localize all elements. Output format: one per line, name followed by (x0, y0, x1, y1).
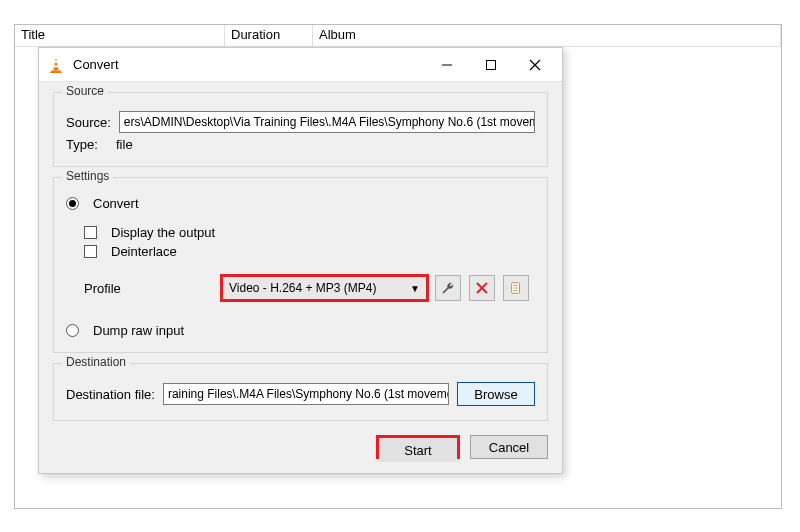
destination-group: Destination Destination file: raining Fi… (53, 363, 548, 421)
source-label: Source: (66, 115, 111, 130)
settings-group: Settings Convert Display the output Dein… (53, 177, 548, 353)
start-button[interactable]: Start (379, 438, 457, 462)
minimize-button[interactable] (434, 55, 460, 75)
display-output-checkbox[interactable] (84, 226, 97, 239)
column-title[interactable]: Title (15, 25, 225, 46)
destination-label: Destination file: (66, 387, 155, 402)
browse-button[interactable]: Browse (457, 382, 535, 406)
profile-select[interactable]: Video - H.264 + MP3 (MP4) ▼ (222, 276, 427, 300)
profile-label: Profile (84, 281, 214, 296)
convert-radio-label: Convert (93, 196, 139, 211)
settings-group-label: Settings (62, 169, 113, 183)
destination-group-label: Destination (62, 355, 130, 369)
new-profile-icon (509, 281, 523, 295)
playlist-columns-header: Title Duration Album (15, 25, 781, 47)
wrench-icon (441, 281, 455, 295)
deinterlace-label: Deinterlace (111, 244, 177, 259)
convert-radio[interactable] (66, 197, 79, 210)
column-duration[interactable]: Duration (225, 25, 313, 46)
cancel-button[interactable]: Cancel (470, 435, 548, 459)
type-value: file (116, 137, 133, 152)
destination-input[interactable]: raining Files\.M4A Files\Symphony No.6 (… (163, 383, 449, 405)
source-input[interactable]: ers\ADMIN\Desktop\Via Training Files\.M4… (119, 111, 535, 133)
source-group-label: Source (62, 84, 108, 98)
source-group: Source Source: ers\ADMIN\Desktop\Via Tra… (53, 92, 548, 167)
window-controls (434, 55, 558, 75)
profile-value: Video - H.264 + MP3 (MP4) (229, 281, 377, 295)
titlebar: Convert (39, 48, 562, 82)
maximize-button[interactable] (478, 55, 504, 75)
dump-raw-radio[interactable] (66, 324, 79, 337)
svg-rect-2 (54, 65, 59, 67)
dialog-title: Convert (73, 57, 434, 72)
dialog-buttons: Start Cancel (39, 427, 562, 473)
edit-profile-button[interactable] (435, 275, 461, 301)
display-output-label: Display the output (111, 225, 215, 240)
chevron-down-icon: ▼ (410, 283, 420, 294)
delete-icon (476, 282, 488, 294)
svg-rect-5 (487, 60, 496, 69)
vlc-cone-icon (47, 56, 65, 74)
dump-raw-label: Dump raw input (93, 323, 184, 338)
new-profile-button[interactable] (503, 275, 529, 301)
type-label: Type: (66, 137, 108, 152)
deinterlace-checkbox[interactable] (84, 245, 97, 258)
svg-marker-3 (50, 70, 63, 73)
column-album[interactable]: Album (313, 25, 781, 46)
close-button[interactable] (522, 55, 548, 75)
convert-dialog: Convert Source Source: ers\ADMIN\Desktop… (38, 47, 563, 474)
svg-marker-0 (53, 57, 58, 70)
delete-profile-button[interactable] (469, 275, 495, 301)
svg-rect-1 (54, 60, 57, 62)
